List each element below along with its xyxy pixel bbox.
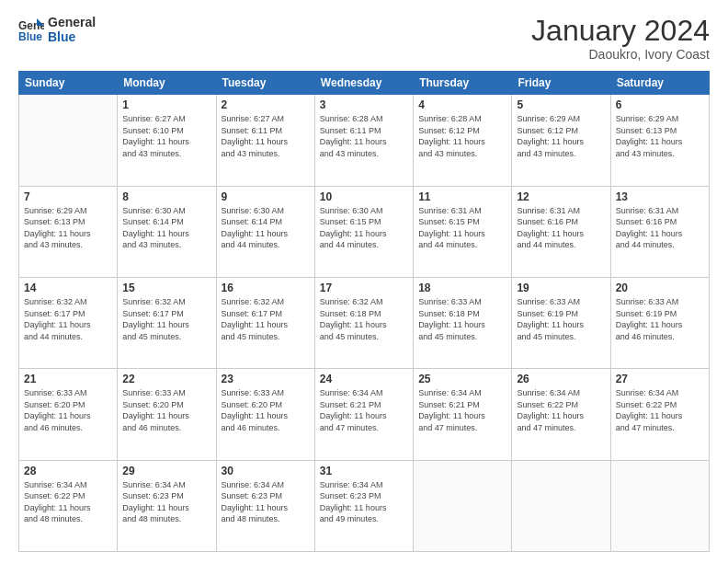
day-number: 6 [616, 98, 704, 111]
day-detail: Sunrise: 6:32 AM Sunset: 6:18 PM Dayligh… [320, 296, 408, 342]
day-number: 1 [122, 98, 210, 111]
calendar-cell: 16Sunrise: 6:32 AM Sunset: 6:17 PM Dayli… [216, 277, 314, 368]
day-detail: Sunrise: 6:33 AM Sunset: 6:20 PM Dayligh… [122, 387, 210, 433]
logo-line2: Blue [48, 29, 96, 44]
day-number: 16 [222, 282, 310, 294]
day-detail: Sunrise: 6:34 AM Sunset: 6:21 PM Dayligh… [418, 387, 506, 433]
day-number: 26 [517, 373, 605, 385]
calendar-cell: 18Sunrise: 6:33 AM Sunset: 6:18 PM Dayli… [414, 277, 512, 368]
day-detail: Sunrise: 6:29 AM Sunset: 6:13 PM Dayligh… [24, 205, 112, 251]
day-number: 22 [122, 373, 210, 385]
day-detail: Sunrise: 6:31 AM Sunset: 6:16 PM Dayligh… [616, 205, 704, 251]
calendar-cell: 7Sunrise: 6:29 AM Sunset: 6:13 PM Daylig… [19, 186, 118, 277]
col-header-saturday: Saturday [610, 72, 709, 95]
calendar-week-5: 28Sunrise: 6:34 AM Sunset: 6:22 PM Dayli… [19, 460, 710, 551]
header: General Blue General Blue January 2024 D… [18, 15, 710, 62]
col-header-friday: Friday [512, 72, 610, 95]
col-header-monday: Monday [118, 72, 216, 95]
day-detail: Sunrise: 6:33 AM Sunset: 6:20 PM Dayligh… [222, 387, 310, 433]
day-number: 10 [320, 190, 408, 203]
day-number: 14 [24, 282, 112, 294]
day-number: 9 [222, 190, 310, 203]
calendar-cell: 3Sunrise: 6:28 AM Sunset: 6:11 PM Daylig… [314, 95, 413, 186]
calendar-week-1: 1Sunrise: 6:27 AM Sunset: 6:10 PM Daylig… [19, 95, 710, 186]
page: General Blue General Blue January 2024 D… [0, 0, 728, 563]
day-detail: Sunrise: 6:34 AM Sunset: 6:22 PM Dayligh… [517, 387, 605, 433]
calendar-cell [19, 95, 118, 186]
day-number: 15 [122, 282, 210, 294]
calendar-cell: 19Sunrise: 6:33 AM Sunset: 6:19 PM Dayli… [512, 277, 610, 368]
day-detail: Sunrise: 6:30 AM Sunset: 6:15 PM Dayligh… [320, 205, 408, 251]
calendar-cell: 30Sunrise: 6:34 AM Sunset: 6:23 PM Dayli… [216, 460, 314, 551]
day-number: 5 [517, 98, 605, 111]
day-detail: Sunrise: 6:28 AM Sunset: 6:11 PM Dayligh… [320, 113, 408, 159]
calendar-cell: 2Sunrise: 6:27 AM Sunset: 6:11 PM Daylig… [216, 95, 314, 186]
day-detail: Sunrise: 6:32 AM Sunset: 6:17 PM Dayligh… [122, 296, 210, 342]
day-detail: Sunrise: 6:34 AM Sunset: 6:23 PM Dayligh… [122, 479, 210, 525]
day-detail: Sunrise: 6:34 AM Sunset: 6:22 PM Dayligh… [24, 479, 112, 525]
calendar-cell: 8Sunrise: 6:30 AM Sunset: 6:14 PM Daylig… [118, 186, 216, 277]
logo-icon: General Blue [18, 17, 44, 42]
calendar-cell [414, 460, 512, 551]
calendar-week-3: 14Sunrise: 6:32 AM Sunset: 6:17 PM Dayli… [19, 277, 710, 368]
day-detail: Sunrise: 6:28 AM Sunset: 6:12 PM Dayligh… [418, 113, 506, 159]
day-detail: Sunrise: 6:33 AM Sunset: 6:20 PM Dayligh… [24, 387, 112, 433]
calendar-cell: 6Sunrise: 6:29 AM Sunset: 6:13 PM Daylig… [610, 95, 709, 186]
main-title: January 2024 [531, 15, 710, 47]
day-number: 27 [616, 373, 704, 385]
calendar-cell: 17Sunrise: 6:32 AM Sunset: 6:18 PM Dayli… [314, 277, 413, 368]
calendar-cell: 23Sunrise: 6:33 AM Sunset: 6:20 PM Dayli… [216, 369, 314, 460]
day-detail: Sunrise: 6:27 AM Sunset: 6:10 PM Dayligh… [122, 113, 210, 159]
day-number: 13 [616, 190, 704, 203]
day-number: 25 [418, 373, 506, 385]
calendar-cell: 21Sunrise: 6:33 AM Sunset: 6:20 PM Dayli… [19, 369, 118, 460]
calendar-week-4: 21Sunrise: 6:33 AM Sunset: 6:20 PM Dayli… [19, 369, 710, 460]
col-header-tuesday: Tuesday [216, 72, 314, 95]
svg-text:Blue: Blue [18, 30, 42, 42]
day-number: 7 [24, 190, 112, 203]
day-detail: Sunrise: 6:34 AM Sunset: 6:21 PM Dayligh… [320, 387, 408, 433]
calendar-cell: 28Sunrise: 6:34 AM Sunset: 6:22 PM Dayli… [19, 460, 118, 551]
calendar-table: Sunday Monday Tuesday Wednesday Thursday… [18, 71, 710, 552]
col-header-wednesday: Wednesday [314, 72, 413, 95]
calendar-cell: 27Sunrise: 6:34 AM Sunset: 6:22 PM Dayli… [610, 369, 709, 460]
calendar-cell: 14Sunrise: 6:32 AM Sunset: 6:17 PM Dayli… [19, 277, 118, 368]
col-header-sunday: Sunday [19, 72, 118, 95]
day-detail: Sunrise: 6:29 AM Sunset: 6:12 PM Dayligh… [517, 113, 605, 159]
day-detail: Sunrise: 6:34 AM Sunset: 6:23 PM Dayligh… [320, 479, 408, 525]
calendar-cell: 29Sunrise: 6:34 AM Sunset: 6:23 PM Dayli… [118, 460, 216, 551]
calendar-cell: 22Sunrise: 6:33 AM Sunset: 6:20 PM Dayli… [118, 369, 216, 460]
calendar-cell: 11Sunrise: 6:31 AM Sunset: 6:15 PM Dayli… [414, 186, 512, 277]
day-detail: Sunrise: 6:32 AM Sunset: 6:17 PM Dayligh… [222, 296, 310, 342]
calendar-cell: 26Sunrise: 6:34 AM Sunset: 6:22 PM Dayli… [512, 369, 610, 460]
calendar-cell: 12Sunrise: 6:31 AM Sunset: 6:16 PM Dayli… [512, 186, 610, 277]
day-number: 20 [616, 282, 704, 294]
day-number: 3 [320, 98, 408, 111]
title-block: January 2024 Daoukro, Ivory Coast [531, 15, 710, 62]
day-number: 31 [320, 465, 408, 477]
day-detail: Sunrise: 6:31 AM Sunset: 6:15 PM Dayligh… [418, 205, 506, 251]
day-number: 21 [24, 373, 112, 385]
calendar-cell [512, 460, 610, 551]
subtitle: Daoukro, Ivory Coast [531, 47, 710, 62]
day-number: 11 [418, 190, 506, 203]
day-number: 12 [517, 190, 605, 203]
calendar-cell: 13Sunrise: 6:31 AM Sunset: 6:16 PM Dayli… [610, 186, 709, 277]
day-detail: Sunrise: 6:33 AM Sunset: 6:18 PM Dayligh… [418, 296, 506, 342]
day-number: 8 [122, 190, 210, 203]
logo-line1: General [48, 15, 96, 29]
col-header-thursday: Thursday [414, 72, 512, 95]
day-number: 4 [418, 98, 506, 111]
day-number: 28 [24, 465, 112, 477]
day-detail: Sunrise: 6:29 AM Sunset: 6:13 PM Dayligh… [616, 113, 704, 159]
calendar-cell: 9Sunrise: 6:30 AM Sunset: 6:14 PM Daylig… [216, 186, 314, 277]
day-detail: Sunrise: 6:31 AM Sunset: 6:16 PM Dayligh… [517, 205, 605, 251]
calendar-cell: 4Sunrise: 6:28 AM Sunset: 6:12 PM Daylig… [414, 95, 512, 186]
calendar-cell: 25Sunrise: 6:34 AM Sunset: 6:21 PM Dayli… [414, 369, 512, 460]
day-number: 19 [517, 282, 605, 294]
calendar-cell: 24Sunrise: 6:34 AM Sunset: 6:21 PM Dayli… [314, 369, 413, 460]
day-detail: Sunrise: 6:30 AM Sunset: 6:14 PM Dayligh… [122, 205, 210, 251]
day-detail: Sunrise: 6:30 AM Sunset: 6:14 PM Dayligh… [222, 205, 310, 251]
day-detail: Sunrise: 6:34 AM Sunset: 6:22 PM Dayligh… [616, 387, 704, 433]
calendar-cell: 20Sunrise: 6:33 AM Sunset: 6:19 PM Dayli… [610, 277, 709, 368]
